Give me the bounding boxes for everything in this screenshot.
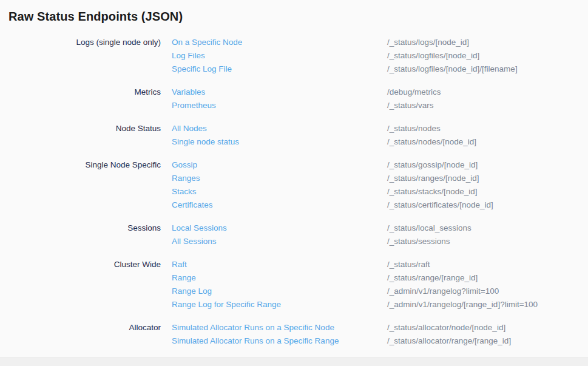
endpoint-path: /_status/certificates/[node_id] [387,198,588,212]
category-label: Allocator [8,321,161,334]
category-label [8,271,161,285]
endpoint-link[interactable]: All Sessions [172,235,376,248]
endpoint-row: Single Node Specific Gossip /_status/gos… [0,158,588,172]
endpoint-path: /_status/nodes [387,122,588,135]
endpoint-path: /_status/local_sessions [387,222,588,235]
endpoint-row: Node Status All Nodes /_status/nodes [0,122,588,135]
endpoint-link[interactable]: Range Log for Specific Range [172,298,376,311]
endpoint-row: Specific Log File /_status/logfiles/[nod… [0,63,588,76]
endpoint-section: Single Node Specific Gossip /_status/gos… [0,158,588,212]
endpoint-section: Cluster Wide Raft /_status/raft Range /_… [0,258,588,311]
endpoint-path: /_status/stacks/[node_id] [387,185,588,198]
endpoint-link[interactable]: Local Sessions [172,222,376,235]
endpoint-link[interactable]: Certificates [172,198,376,212]
category-label [8,135,161,149]
category-label: Single Node Specific [8,158,161,172]
category-label [8,99,161,112]
endpoint-path: /_status/range/[range_id] [387,271,588,285]
endpoint-row: Range /_status/range/[range_id] [0,271,588,285]
endpoint-link[interactable]: Gossip [172,158,376,172]
endpoint-row: Simulated Allocator Runs on a Specific R… [0,334,588,348]
endpoint-link[interactable]: Specific Log File [172,63,376,76]
endpoint-path: /_status/logs/[node_id] [387,36,588,49]
category-label [8,235,161,248]
endpoint-path: /_admin/v1/rangelog?limit=100 [387,285,588,298]
category-label: Cluster Wide [8,258,161,271]
endpoint-path: /_status/allocator/range/[range_id] [387,334,588,348]
category-label [8,285,161,298]
endpoint-path: /_admin/v1/rangelog/[range_id]?limit=100 [387,298,588,311]
endpoint-link[interactable]: Variables [172,86,376,99]
footer-strip [0,357,588,366]
endpoint-link[interactable]: Log Files [172,49,376,63]
endpoint-row: Range Log /_admin/v1/rangelog?limit=100 [0,285,588,298]
endpoint-path: /_status/logfiles/[node_id]/[filename] [387,63,588,76]
endpoint-row: Log Files /_status/logfiles/[node_id] [0,49,588,63]
endpoint-link[interactable]: On a Specific Node [172,36,376,49]
endpoint-section: Allocator Simulated Allocator Runs on a … [0,321,588,348]
category-label [8,298,161,311]
endpoint-row: Logs (single node only) On a Specific No… [0,36,588,49]
category-label [8,172,161,185]
endpoint-section: Metrics Variables /debug/metrics Prometh… [0,86,588,112]
endpoint-section: Logs (single node only) On a Specific No… [0,36,588,76]
endpoint-path: /_status/gossip/[node_id] [387,158,588,172]
category-label [8,63,161,76]
endpoint-path: /debug/metrics [387,86,588,99]
endpoint-row: Range Log for Specific Range /_admin/v1/… [0,298,588,311]
category-label [8,49,161,63]
endpoint-link[interactable]: Raft [172,258,376,271]
page-title: Raw Status Endpoints (JSON) [0,0,588,24]
endpoint-row: Certificates /_status/certificates/[node… [0,198,588,212]
endpoint-row: Stacks /_status/stacks/[node_id] [0,185,588,198]
endpoint-link[interactable]: All Nodes [172,122,376,135]
endpoint-row: Single node status /_status/nodes/[node_… [0,135,588,149]
endpoint-row: Prometheus /_status/vars [0,99,588,112]
endpoint-path: /_status/logfiles/[node_id] [387,49,588,63]
endpoint-path: /_status/nodes/[node_id] [387,135,588,149]
endpoint-link[interactable]: Prometheus [172,99,376,112]
endpoint-path: /_status/ranges/[node_id] [387,172,588,185]
endpoint-link[interactable]: Single node status [172,135,376,149]
endpoint-path: /_status/raft [387,258,588,271]
endpoint-path: /_status/sessions [387,235,588,248]
endpoint-link[interactable]: Stacks [172,185,376,198]
endpoint-row: Ranges /_status/ranges/[node_id] [0,172,588,185]
category-label: Logs (single node only) [8,36,161,49]
endpoint-row: All Sessions /_status/sessions [0,235,588,248]
category-label [8,185,161,198]
endpoint-link[interactable]: Range Log [172,285,376,298]
debug-endpoints-page: Raw Status Endpoints (JSON) Logs (single… [0,0,588,366]
endpoint-row: Cluster Wide Raft /_status/raft [0,258,588,271]
endpoint-row: Sessions Local Sessions /_status/local_s… [0,222,588,235]
endpoint-link[interactable]: Simulated Allocator Runs on a Specific R… [172,334,376,348]
endpoint-row: Metrics Variables /debug/metrics [0,86,588,99]
endpoint-link[interactable]: Range [172,271,376,285]
category-label: Node Status [8,122,161,135]
category-label [8,334,161,348]
endpoint-path: /_status/vars [387,99,588,112]
endpoint-section: Node Status All Nodes /_status/nodes Sin… [0,122,588,149]
endpoint-row: Allocator Simulated Allocator Runs on a … [0,321,588,334]
endpoint-sections: Logs (single node only) On a Specific No… [0,24,588,348]
category-label: Sessions [8,222,161,235]
endpoint-link[interactable]: Ranges [172,172,376,185]
endpoint-link[interactable]: Simulated Allocator Runs on a Specific N… [172,321,376,334]
category-label [8,198,161,212]
endpoint-section: Sessions Local Sessions /_status/local_s… [0,222,588,248]
endpoint-path: /_status/allocator/node/[node_id] [387,321,588,334]
category-label: Metrics [8,86,161,99]
